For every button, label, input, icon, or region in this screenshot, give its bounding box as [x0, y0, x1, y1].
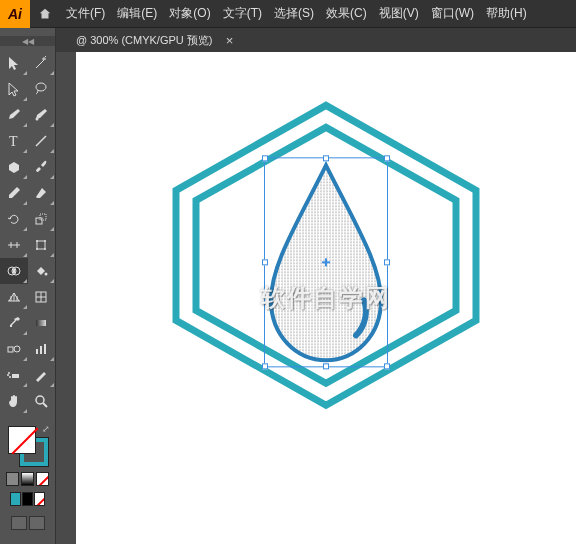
menu-edit[interactable]: 编辑(E) — [111, 5, 163, 22]
svg-rect-23 — [44, 344, 46, 354]
svg-point-8 — [36, 240, 38, 242]
svg-marker-4 — [9, 162, 19, 173]
color-mode-solid[interactable] — [6, 472, 19, 486]
menu-file[interactable]: 文件(F) — [60, 5, 111, 22]
menu-view[interactable]: 视图(V) — [373, 5, 425, 22]
swatch[interactable] — [22, 492, 33, 506]
pen-tool[interactable] — [0, 102, 28, 128]
svg-rect-22 — [40, 346, 42, 354]
svg-point-0 — [36, 83, 46, 91]
eraser-tool[interactable] — [28, 180, 56, 206]
svg-point-25 — [8, 372, 10, 374]
paintbrush-tool[interactable] — [28, 154, 56, 180]
gradient-tool[interactable] — [28, 310, 56, 336]
resize-handle[interactable] — [384, 363, 390, 369]
resize-handle[interactable] — [323, 155, 329, 161]
swatch[interactable] — [10, 492, 21, 506]
direct-selection-tool[interactable] — [0, 76, 28, 102]
polygon-tool[interactable] — [0, 154, 28, 180]
fill-stroke-control[interactable]: ⤢ — [8, 426, 48, 466]
color-mode-gradient[interactable] — [21, 472, 34, 486]
screen-mode-full[interactable] — [29, 516, 45, 530]
color-controls: ⤢ — [0, 422, 55, 534]
svg-text:T: T — [9, 134, 18, 149]
zoom-tool[interactable] — [28, 388, 56, 414]
fill-color[interactable] — [8, 426, 36, 454]
panel-collapse-icon[interactable]: ◀◀ — [0, 36, 55, 46]
resize-handle[interactable] — [384, 259, 390, 265]
blend-tool[interactable] — [0, 336, 28, 362]
resize-handle[interactable] — [384, 155, 390, 161]
menu-select[interactable]: 选择(S) — [268, 5, 320, 22]
perspective-grid-tool[interactable] — [0, 284, 28, 310]
svg-point-11 — [44, 248, 46, 250]
lasso-tool[interactable] — [28, 76, 56, 102]
hand-tool[interactable] — [0, 388, 28, 414]
slice-tool[interactable] — [28, 362, 56, 388]
svg-point-20 — [14, 346, 20, 352]
line-tool[interactable] — [28, 128, 56, 154]
svg-rect-21 — [36, 349, 38, 354]
symbol-sprayer-tool[interactable] — [0, 362, 28, 388]
document-tab-label: @ 300% (CMYK/GPU 预览) — [76, 33, 212, 48]
selection-center-icon — [322, 258, 330, 266]
mesh-tool[interactable] — [28, 284, 56, 310]
shaper-tool[interactable] — [0, 180, 28, 206]
svg-line-29 — [43, 403, 47, 407]
free-transform-tool[interactable] — [28, 232, 56, 258]
screen-mode-normal[interactable] — [11, 516, 27, 530]
menu-text[interactable]: 文字(T) — [217, 5, 268, 22]
svg-rect-7 — [37, 241, 45, 249]
swap-fill-stroke-icon[interactable]: ⤢ — [42, 424, 50, 434]
menu-bar: Ai 文件(F) 编辑(E) 对象(O) 文字(T) 选择(S) 效果(C) 视… — [0, 0, 576, 28]
swatch-none[interactable] — [34, 492, 45, 506]
width-tool[interactable] — [0, 232, 28, 258]
type-tool[interactable]: T — [0, 128, 28, 154]
svg-rect-6 — [40, 214, 46, 220]
home-icon[interactable] — [30, 7, 60, 21]
shape-builder-tool[interactable] — [0, 258, 28, 284]
menu-object[interactable]: 对象(O) — [163, 5, 216, 22]
svg-point-26 — [9, 376, 11, 378]
document-tabs: @ 300% (CMYK/GPU 预览) × — [0, 28, 576, 52]
selection-bounding-box[interactable] — [264, 157, 388, 367]
svg-point-9 — [44, 240, 46, 242]
svg-point-28 — [36, 396, 44, 404]
resize-handle[interactable] — [323, 363, 329, 369]
resize-handle[interactable] — [262, 259, 268, 265]
selection-tool[interactable] — [0, 50, 28, 76]
column-graph-tool[interactable] — [28, 336, 56, 362]
svg-point-1 — [36, 118, 39, 121]
resize-handle[interactable] — [262, 363, 268, 369]
svg-rect-18 — [36, 320, 46, 326]
svg-point-10 — [36, 248, 38, 250]
canvas[interactable]: 软件自学网 — [76, 52, 576, 544]
document-tab[interactable]: @ 300% (CMYK/GPU 预览) × — [76, 33, 236, 48]
swatch-row — [6, 492, 49, 506]
rotate-tool[interactable] — [0, 206, 28, 232]
toolbox: ◀◀ T — [0, 28, 56, 544]
svg-rect-5 — [36, 218, 42, 224]
close-icon[interactable]: × — [222, 33, 236, 48]
svg-point-14 — [45, 273, 48, 276]
live-paint-tool[interactable] — [28, 258, 56, 284]
svg-rect-24 — [12, 374, 19, 378]
menu-effect[interactable]: 效果(C) — [320, 5, 373, 22]
scale-tool[interactable] — [28, 206, 56, 232]
curvature-tool[interactable] — [28, 102, 56, 128]
magic-wand-tool[interactable] — [28, 50, 56, 76]
svg-point-27 — [7, 374, 9, 376]
eyedropper-tool[interactable] — [0, 310, 28, 336]
menu-window[interactable]: 窗口(W) — [425, 5, 480, 22]
artwork — [146, 85, 506, 428]
color-mode-none[interactable] — [36, 472, 49, 486]
svg-line-3 — [36, 136, 46, 146]
svg-rect-19 — [8, 347, 13, 352]
app-logo: Ai — [0, 0, 30, 28]
resize-handle[interactable] — [262, 155, 268, 161]
menu-help[interactable]: 帮助(H) — [480, 5, 533, 22]
